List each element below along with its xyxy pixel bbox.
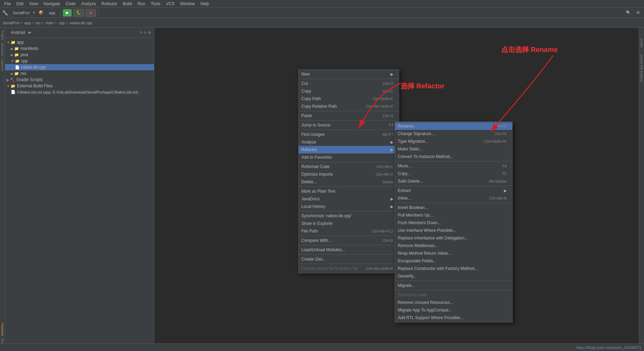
refactor-rename[interactable]: Rename... Shift+F6 bbox=[395, 122, 512, 130]
menu-copy[interactable]: Copy Ctrl+C bbox=[299, 87, 399, 95]
refactor-remove-middleman[interactable]: Remove Middleman... bbox=[395, 242, 512, 249]
refactor-push-members-down[interactable]: Push Members Down... bbox=[395, 219, 512, 227]
menu-code[interactable]: Code bbox=[63, 1, 78, 7]
menu-cut[interactable]: Cut Ctrl+X bbox=[299, 80, 399, 87]
menu-paste[interactable]: Paste Ctrl+V bbox=[299, 112, 399, 120]
captures-tab[interactable]: Captures bbox=[1, 59, 4, 71]
android-dropdown[interactable]: Android bbox=[8, 29, 32, 36]
menu-synchronize[interactable]: Synchronize 'native-lib.cpp' bbox=[299, 212, 399, 220]
refactor-wrap-return[interactable]: Wrap Method Return Value... bbox=[395, 249, 512, 257]
menu-window[interactable]: Window bbox=[177, 1, 198, 7]
toolbar-search-icon[interactable]: 🔍 bbox=[624, 10, 633, 16]
menu-delete[interactable]: Delete... Delete bbox=[299, 178, 399, 186]
breadcrumb-src[interactable]: src bbox=[36, 21, 41, 25]
tree-java[interactable]: ▶ 📁 java bbox=[5, 52, 154, 58]
menu-reformat[interactable]: Reformat Code Ctrl+Alt+L bbox=[299, 163, 399, 170]
menu-find-usages-shortcut: Alt+F7 bbox=[382, 132, 393, 137]
refactor-migrate[interactable]: Migrate... bbox=[395, 282, 512, 289]
toolbar-sep2 bbox=[98, 10, 98, 16]
menu-convert-kotlin-shortcut: Ctrl+Alt+Shift+K bbox=[366, 266, 394, 271]
device-file-explorer-tab[interactable]: Device File Explorer bbox=[640, 54, 643, 82]
menu-refactor[interactable]: Refactor ▶ bbox=[299, 146, 399, 153]
refactor-pull-members-up[interactable]: Pull Members Up... bbox=[395, 211, 512, 219]
tree-manifests[interactable]: ▶ 📁 manifests bbox=[5, 45, 154, 52]
menu-copy-path[interactable]: Copy Path Ctrl+Shift+C bbox=[299, 95, 399, 103]
refactor-generify[interactable]: Generify... bbox=[395, 272, 512, 280]
menu-view[interactable]: View bbox=[26, 1, 41, 7]
refactor-encapsulate-fields[interactable]: Encapsulate Fields... bbox=[395, 257, 512, 265]
menu-local-history[interactable]: Local History ▶ bbox=[299, 203, 399, 210]
menu-file-path[interactable]: File Path Ctrl+Alt+F12 bbox=[299, 227, 399, 235]
refactor-convert-instance[interactable]: Convert To Instance Method... bbox=[395, 153, 512, 160]
gradle-tab[interactable]: Gradle bbox=[640, 38, 643, 47]
refactor-invert-boolean[interactable]: Invert Boolean... bbox=[395, 204, 512, 211]
menu-edit[interactable]: Edit bbox=[14, 1, 26, 7]
refactor-safe-delete[interactable]: Safe Delete... Alt+Delete bbox=[395, 177, 512, 185]
breadcrumb-project[interactable]: SerialPort bbox=[3, 21, 19, 25]
menu-optimize-imports[interactable]: Optimize Imports Ctrl+Alt+O bbox=[299, 170, 399, 178]
tree-res[interactable]: ▶ 📁 res bbox=[5, 70, 154, 77]
refactor-add-rtl-label: Add RTL Support Where Possible... bbox=[398, 315, 463, 320]
tree-native-lib[interactable]: 📄 native-lib.cpp bbox=[5, 64, 154, 70]
menu-help[interactable]: Help bbox=[198, 1, 212, 7]
menu-new[interactable]: New ▶ bbox=[299, 70, 399, 78]
menu-jump-source[interactable]: Jump to Source F4 bbox=[299, 121, 399, 129]
tree-cpp[interactable]: ▼ 📁 cpp bbox=[5, 58, 154, 64]
menu-vcs[interactable]: VCS bbox=[163, 1, 178, 7]
breadcrumb-cpp[interactable]: cpp bbox=[59, 21, 65, 25]
menu-mark-plain-text[interactable]: Mark as Plain Text bbox=[299, 187, 399, 195]
menu-compare-with[interactable]: Compare With... Ctrl+D bbox=[299, 237, 399, 244]
menu-run[interactable]: Run bbox=[135, 1, 148, 7]
menu-add-favorites[interactable]: Add to Favorites bbox=[299, 153, 399, 161]
refactor-replace-inheritance[interactable]: Replace Inheritance with Delegation... bbox=[395, 234, 512, 242]
refactor-extract[interactable]: Extract ▶ bbox=[395, 187, 512, 194]
refactor-use-interface[interactable]: Use Interface Where Possible... bbox=[395, 227, 512, 234]
refactor-move[interactable]: Move... F6 bbox=[395, 162, 512, 170]
tree-cmake[interactable]: 📄 CMakeLists.txt (app, E:\GitLabDownload… bbox=[5, 89, 154, 95]
refactor-migrate-appcompat[interactable]: Migrate App To AppCompat... bbox=[395, 306, 512, 314]
refactor-remove-unused[interactable]: Remove Unused Resources... bbox=[395, 299, 512, 306]
run-button[interactable]: ▶ bbox=[63, 9, 72, 17]
favorites-tab[interactable]: Favorites bbox=[1, 323, 4, 339]
annotation-select-refactor: 选择 Refactor bbox=[401, 81, 445, 91]
tree-app[interactable]: ▼ 📁 app bbox=[5, 39, 154, 45]
panel-gear-icon[interactable]: ⚙ bbox=[148, 30, 151, 35]
refactor-safe-delete-shortcut: Alt+Delete bbox=[489, 179, 507, 183]
debug-button[interactable]: 🐛 bbox=[73, 9, 84, 17]
tree-gradle[interactable]: ▶ 🔨 Gradle Scripts bbox=[5, 77, 154, 83]
refactor-change-sig[interactable]: Change Signature... Ctrl+F6 bbox=[395, 130, 512, 138]
refactor-add-rtl[interactable]: Add RTL Support Where Possible... bbox=[395, 314, 512, 322]
breadcrumb-sep4: ▸ bbox=[55, 20, 57, 25]
structure-tab[interactable]: Structure bbox=[1, 43, 4, 56]
menu-file[interactable]: File bbox=[1, 1, 14, 7]
menu-create-gist[interactable]: Create Gist... bbox=[299, 255, 399, 263]
menu-analyze[interactable]: Analyze ▶ bbox=[299, 138, 399, 146]
tree-external-build[interactable]: ▼ 📂 External Build Files bbox=[5, 83, 154, 89]
menu-refactor[interactable]: Refactor bbox=[99, 1, 120, 7]
refactor-inline[interactable]: Inline... Ctrl+Alt+N bbox=[395, 194, 512, 202]
refactor-replace-constructor[interactable]: Replace Constructor with Factory Method.… bbox=[395, 265, 512, 272]
menu-show-explorer[interactable]: Show in Explorer bbox=[299, 220, 399, 227]
menu-navigate[interactable]: Navigate bbox=[41, 1, 63, 7]
rsep3 bbox=[395, 203, 512, 203]
refactor-inline-label: Inline... bbox=[398, 196, 411, 201]
breadcrumb-app[interactable]: app bbox=[24, 21, 31, 25]
refactor-copy[interactable]: Copy... F5 bbox=[395, 170, 512, 177]
menu-copy-relative-path[interactable]: Copy Relative Path Ctrl+Alt+Shift+C bbox=[299, 103, 399, 110]
menu-build[interactable]: Build bbox=[120, 1, 135, 7]
stop-button[interactable]: ⏹ bbox=[86, 9, 96, 17]
project-tab[interactable]: Project bbox=[1, 30, 4, 40]
menu-javadocs[interactable]: JavaDocs ▶ bbox=[299, 195, 399, 203]
menu-tools[interactable]: Tools bbox=[148, 1, 163, 7]
refactor-type-migration[interactable]: Type Migration... Ctrl+Shift+F6 bbox=[395, 138, 512, 145]
panel-sync-icon[interactable]: ⟳ bbox=[140, 30, 143, 35]
menu-find-usages[interactable]: Find Usages Alt+F7 bbox=[299, 131, 399, 138]
refactor-make-static[interactable]: Make Static... bbox=[395, 145, 512, 153]
breadcrumb-file[interactable]: native-lib.cpp bbox=[70, 21, 92, 25]
breadcrumb-main[interactable]: main bbox=[45, 21, 54, 25]
toolbar-settings-icon[interactable]: ⚙ bbox=[634, 10, 642, 16]
menu-analyze[interactable]: Analyze bbox=[78, 1, 99, 7]
menu-load-unload[interactable]: Load/Unload Modules... bbox=[299, 246, 399, 254]
refactor-remove-middleman-label: Remove Middleman... bbox=[398, 243, 438, 248]
panel-settings-icon[interactable]: ≡ bbox=[144, 30, 146, 35]
